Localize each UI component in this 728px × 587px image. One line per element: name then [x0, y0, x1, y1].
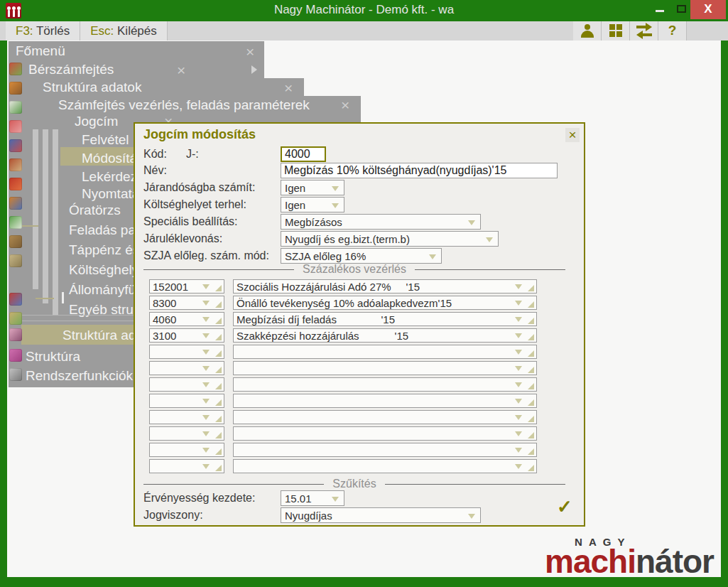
resize-corner-icon: [528, 448, 534, 455]
money-icon[interactable]: [9, 254, 22, 267]
close-panel-icon[interactable]: ×: [284, 82, 293, 95]
menu-item-rendszerfunkciok[interactable]: Rendszerfunkciók: [26, 368, 133, 384]
ervenyesseg-dropdown[interactable]: 15.01: [281, 490, 344, 506]
menu-item-struktura[interactable]: Struktúra: [26, 349, 80, 365]
close-panel-icon[interactable]: ×: [246, 45, 254, 58]
resize-corner-icon: [528, 334, 534, 340]
resize-corner-icon: [215, 367, 222, 373]
help-button[interactable]: ?: [658, 21, 687, 41]
row-code-combo[interactable]: 3100: [149, 328, 224, 343]
jarandosag-label: Járandóságba számít:: [143, 181, 255, 194]
row-code-combo[interactable]: [149, 459, 224, 473]
map-icon[interactable]: [9, 312, 22, 325]
nev-input[interactable]: [281, 163, 558, 178]
panel-title-szamfejtes[interactable]: Számfejtés vezérlés, feladás paraméterek: [58, 97, 310, 113]
frame-right: [721, 41, 728, 587]
row-name-combo[interactable]: Szociális Hozzájárulási Adó 27% '15: [233, 279, 537, 294]
row-name-combo[interactable]: Szakképzési hozzájárulás '15: [233, 328, 537, 343]
chevron-down-icon: [429, 254, 436, 259]
close-panel-icon[interactable]: ×: [177, 64, 185, 77]
resize-corner-icon: [215, 301, 222, 308]
row-code-combo[interactable]: 152001: [149, 279, 224, 294]
table-row: [149, 394, 551, 408]
table-row: [149, 426, 551, 441]
row-code-combo[interactable]: 4060: [149, 312, 224, 326]
kod-label: Kód:: [143, 148, 167, 161]
user-icon[interactable]: [9, 328, 22, 341]
frame-left: [0, 41, 7, 587]
row-code-combo[interactable]: [149, 394, 224, 408]
menu-item-oratorzs[interactable]: Óratörzs: [69, 203, 121, 218]
cube-icon[interactable]: [9, 349, 22, 362]
modules-button[interactable]: [602, 21, 630, 41]
folder-red-icon[interactable]: [9, 178, 22, 190]
kod-input[interactable]: [281, 146, 326, 162]
document-icon[interactable]: [9, 101, 22, 114]
menu-item-felvetel[interactable]: Felvétel: [82, 132, 129, 148]
row-code-combo[interactable]: [149, 410, 224, 424]
close-panel-icon[interactable]: ×: [341, 99, 349, 112]
panel-title-berszamfejtes[interactable]: Bérszámfejtés: [28, 62, 114, 77]
panel-title-jogcim[interactable]: Jogcím: [75, 114, 118, 129]
coins-icon[interactable]: [9, 120, 22, 133]
section-szazalekos: Százalékos vezérlés: [143, 263, 565, 276]
chevron-down-icon: [332, 497, 339, 502]
user-button[interactable]: [573, 21, 602, 41]
row-code-combo[interactable]: [149, 443, 224, 457]
row-code-combo[interactable]: [149, 345, 224, 359]
specialis-dropdown[interactable]: Megbízásos: [281, 214, 481, 230]
row-name-combo[interactable]: [233, 410, 537, 424]
panel-title-struktura-adatok[interactable]: Struktúra adatok: [43, 80, 141, 95]
resize-corner-icon: [528, 318, 534, 324]
jogviszony-dropdown[interactable]: Nyugdíjas: [281, 507, 481, 523]
truck-icon[interactable]: [9, 139, 22, 152]
close-window-button[interactable]: X: [690, 0, 726, 19]
koltseghely-dropdown[interactable]: Igen: [281, 197, 344, 212]
jarulek-dropdown[interactable]: Nyugdíj és eg.bizt.(term.b): [281, 231, 499, 247]
row-name-combo[interactable]: [233, 361, 537, 375]
kod-prefix-label: J-:: [186, 148, 199, 161]
resize-corner-icon: [528, 350, 534, 357]
basket-icon[interactable]: [9, 63, 22, 75]
row-code-combo[interactable]: [149, 361, 224, 375]
minimize-button[interactable]: [651, 0, 669, 19]
cart-icon[interactable]: [9, 82, 22, 95]
resize-corner-icon: [215, 285, 222, 291]
chevron-down-icon: [202, 317, 210, 322]
box-icon[interactable]: [9, 235, 22, 248]
gears-icon[interactable]: [9, 368, 22, 381]
row-name-combo[interactable]: Önálló tevékenység 10% adóalapkedvezm'15: [233, 296, 537, 310]
tools-icon[interactable]: [9, 158, 22, 171]
maximize-button[interactable]: [672, 0, 690, 19]
book-green-icon[interactable]: [9, 216, 22, 229]
row-name-combo[interactable]: [233, 426, 537, 441]
confirm-check-icon[interactable]: ✓: [557, 496, 572, 518]
row-name-combo[interactable]: [233, 459, 537, 473]
panel-title-fomenu[interactable]: Főmenü: [16, 43, 65, 59]
brand-logo: NAGY machinátor: [545, 536, 714, 576]
exit-button[interactable]: Esc: Kilépés: [80, 21, 168, 41]
chevron-down-icon: [202, 301, 210, 306]
table-row: 4060 Megbízási díj feladás '15: [149, 312, 551, 326]
chart-person-icon[interactable]: [9, 197, 22, 210]
szja-dropdown[interactable]: SZJA előleg 16%: [281, 248, 442, 264]
table-row: [149, 459, 551, 473]
delete-button[interactable]: F3: Törlés: [6, 21, 80, 41]
row-name-combo[interactable]: [233, 443, 537, 457]
row-code-combo[interactable]: [149, 377, 224, 392]
row-name-combo[interactable]: [233, 345, 537, 359]
chevron-down-icon: [515, 382, 522, 387]
resize-corner-icon: [215, 399, 222, 406]
menu-separator-tick: [36, 298, 54, 299]
row-code-combo[interactable]: 8300: [149, 296, 224, 310]
row-name-combo[interactable]: Megbízási díj feladás '15: [233, 312, 537, 326]
transfer-button[interactable]: [630, 21, 658, 41]
close-dialog-icon[interactable]: ×: [565, 128, 580, 142]
row-code-combo[interactable]: [149, 426, 224, 441]
row-name-combo[interactable]: [233, 394, 537, 408]
jarandosag-dropdown[interactable]: Igen: [281, 180, 344, 195]
row-name-combo[interactable]: [233, 377, 537, 392]
house-icon[interactable]: [9, 293, 22, 306]
chevron-down-icon: [515, 284, 522, 289]
jogcim-modositas-dialog: Jogcím módosítás × Kód: J-: Név: Járandó…: [134, 122, 585, 527]
